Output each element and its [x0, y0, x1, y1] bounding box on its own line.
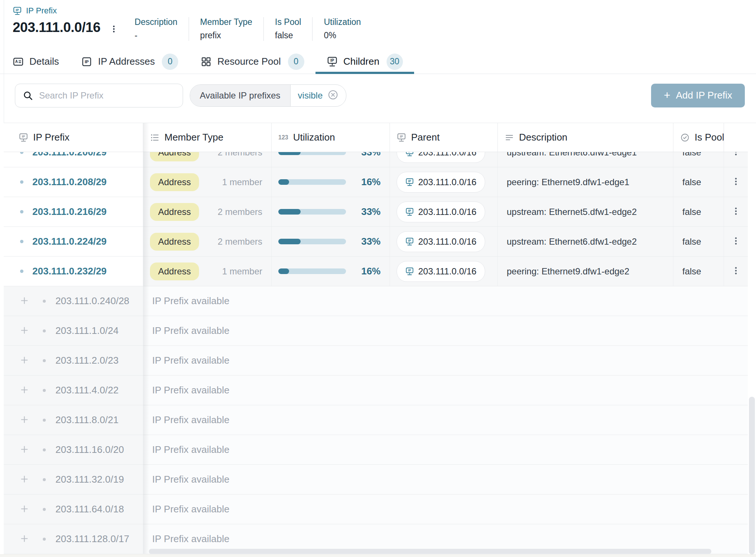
- available-note: IP Prefix available: [143, 435, 748, 464]
- parent-prefix-chip[interactable]: IP 203.111.0.0/16: [397, 202, 485, 222]
- plus-icon: [19, 385, 29, 396]
- available-note: IP Prefix available: [143, 405, 748, 435]
- is-pool-cell: false: [673, 197, 724, 226]
- plus-icon: [19, 296, 29, 307]
- horizontal-scrollbar-thumb[interactable]: [149, 549, 711, 554]
- title-kebab-menu-button[interactable]: [109, 25, 118, 35]
- tab-resource-pool[interactable]: Resource Pool 0: [189, 50, 315, 74]
- add-available-prefix-button[interactable]: [19, 325, 29, 337]
- vertical-scrollbar-thumb[interactable]: [749, 397, 755, 554]
- plus-icon: [19, 504, 29, 515]
- available-prefix-row[interactable]: 203.111.0.240/28 IP Prefix available: [4, 286, 748, 316]
- bullet-icon: [20, 152, 23, 154]
- available-prefix-row[interactable]: 203.111.1.0/24 IP Prefix available: [4, 316, 748, 346]
- prefix-link[interactable]: 203.111.0.216/29: [32, 206, 107, 218]
- available-prefix-row[interactable]: 203.111.4.0/22 IP Prefix available: [4, 376, 748, 405]
- column-header-is_pool[interactable]: Is Pool: [673, 123, 724, 152]
- filter-chip-label: Available IP prefixes: [190, 85, 291, 106]
- column-header-label: IP Prefix: [33, 132, 70, 143]
- prefix-table-row[interactable]: 203.111.0.216/29 Address 2 members 33% I…: [4, 197, 748, 227]
- prefix-link[interactable]: 203.111.0.200/29: [32, 152, 107, 158]
- children-table: IP IP Prefix Member Type 123 Utilization…: [4, 123, 756, 557]
- column-header-utilization[interactable]: 123 Utilization: [272, 123, 390, 152]
- bullet-icon: [43, 300, 46, 303]
- prefix-link[interactable]: 203.111.0.232/29: [32, 265, 107, 277]
- description-cell: upstream: Ethernet5.dfw1-edge2: [498, 197, 673, 226]
- row-actions-button[interactable]: [729, 174, 743, 190]
- svg-text:IP: IP: [330, 58, 334, 62]
- parent-prefix-label: 203.111.0.0/16: [418, 152, 477, 158]
- prefix-table-row[interactable]: 203.111.0.224/29 Address 2 members 33% I…: [4, 227, 748, 257]
- add-available-prefix-button[interactable]: [19, 474, 29, 485]
- parent-prefix-chip[interactable]: IP 203.111.0.0/16: [397, 231, 485, 252]
- add-ip-prefix-button[interactable]: + Add IP Prefix: [651, 84, 745, 107]
- prefix-table-row[interactable]: 203.111.0.200/29 Address 2 members 33% I…: [4, 152, 748, 167]
- search-box[interactable]: [15, 84, 183, 107]
- available-note: IP Prefix available: [143, 376, 748, 405]
- add-available-prefix-button[interactable]: [19, 385, 29, 396]
- column-header-prefix[interactable]: IP IP Prefix: [4, 123, 143, 152]
- plus-icon: [19, 355, 29, 366]
- ip-network-icon: IP: [19, 133, 28, 142]
- bullet-icon: [43, 359, 46, 362]
- bullet-icon: [43, 389, 46, 392]
- svg-text:IP: IP: [16, 8, 19, 12]
- add-available-prefix-button[interactable]: [19, 355, 29, 366]
- meta-value: false: [275, 30, 301, 41]
- parent-prefix-chip[interactable]: IP 203.111.0.0/16: [397, 261, 485, 282]
- member-type-badge: Address: [150, 152, 199, 161]
- column-header-parent[interactable]: IP Parent: [390, 123, 498, 152]
- available-prefix-row[interactable]: 203.111.32.0/19 IP Prefix available: [4, 465, 748, 495]
- tab-children[interactable]: IP Children 30: [315, 50, 414, 74]
- row-actions-button[interactable]: [729, 152, 743, 160]
- tab-count-badge: 0: [162, 54, 178, 70]
- tab-details[interactable]: A Details: [11, 50, 70, 74]
- description-cell: upstream: Ethernet6.dfw1-edge2: [498, 227, 673, 256]
- search-input[interactable]: [38, 90, 175, 101]
- filter-chip-remove-button[interactable]: [327, 89, 339, 102]
- vertical-scrollbar[interactable]: [748, 123, 756, 554]
- column-header-label: Parent: [411, 132, 440, 143]
- available-prefix-row[interactable]: 203.111.8.0/21 IP Prefix available: [4, 405, 748, 435]
- ip-network-icon: IP: [327, 56, 338, 67]
- ip-network-icon: IP: [405, 207, 414, 216]
- member-count: 2 members: [218, 152, 262, 158]
- member-count: 2 members: [218, 207, 262, 217]
- row-actions-button[interactable]: [729, 264, 743, 279]
- filter-chip: Available IP prefixes visible: [190, 84, 346, 107]
- kebab-icon: [731, 152, 741, 158]
- available-note: IP Prefix available: [143, 316, 748, 345]
- column-header-description[interactable]: Description: [498, 123, 673, 152]
- available-prefix-row[interactable]: 203.111.16.0/20 IP Prefix available: [4, 435, 748, 465]
- row-actions-button[interactable]: [729, 234, 743, 249]
- plus-icon: [19, 474, 29, 485]
- add-available-prefix-button[interactable]: [19, 534, 29, 545]
- row-actions-button[interactable]: [729, 204, 743, 219]
- ip-network-icon: IP: [405, 237, 414, 246]
- prefix-link[interactable]: 203.111.0.208/29: [32, 176, 107, 188]
- header-meta: Description - Member Type prefix Is Pool…: [135, 17, 372, 41]
- prefix-table-row[interactable]: 203.111.0.208/29 Address 1 member 16% IP…: [4, 167, 748, 197]
- add-available-prefix-button[interactable]: [19, 296, 29, 307]
- id-card-icon: A: [13, 56, 24, 67]
- add-available-prefix-button[interactable]: [19, 415, 29, 426]
- column-header-label: Description: [519, 132, 567, 143]
- column-header-member_type[interactable]: Member Type: [143, 123, 272, 152]
- available-note: IP Prefix available: [143, 495, 748, 524]
- check-circle-icon: [680, 133, 690, 142]
- parent-prefix-chip[interactable]: IP 203.111.0.0/16: [397, 152, 485, 163]
- prefix-link[interactable]: 203.111.0.224/29: [32, 236, 107, 247]
- bullet-icon: [43, 329, 46, 332]
- breadcrumb[interactable]: IP IP Prefix: [13, 6, 57, 16]
- parent-prefix-chip[interactable]: IP 203.111.0.0/16: [397, 172, 485, 193]
- prefix-table-row[interactable]: 203.111.0.232/29 Address 1 member 16% IP…: [4, 257, 748, 286]
- add-available-prefix-button[interactable]: [19, 444, 29, 455]
- available-prefix-row[interactable]: 203.111.64.0/18 IP Prefix available: [4, 495, 748, 524]
- bullet-icon: [43, 419, 46, 422]
- tab-ip-addresses[interactable]: IP IP Addresses 0: [70, 50, 189, 74]
- description-cell: peering: Ethernet9.dfw1-edge1: [498, 167, 673, 197]
- available-prefix-row[interactable]: 203.111.2.0/23 IP Prefix available: [4, 346, 748, 376]
- add-available-prefix-button[interactable]: [19, 504, 29, 515]
- svg-text:IP: IP: [408, 239, 411, 242]
- ip-network-icon: IP: [405, 267, 414, 276]
